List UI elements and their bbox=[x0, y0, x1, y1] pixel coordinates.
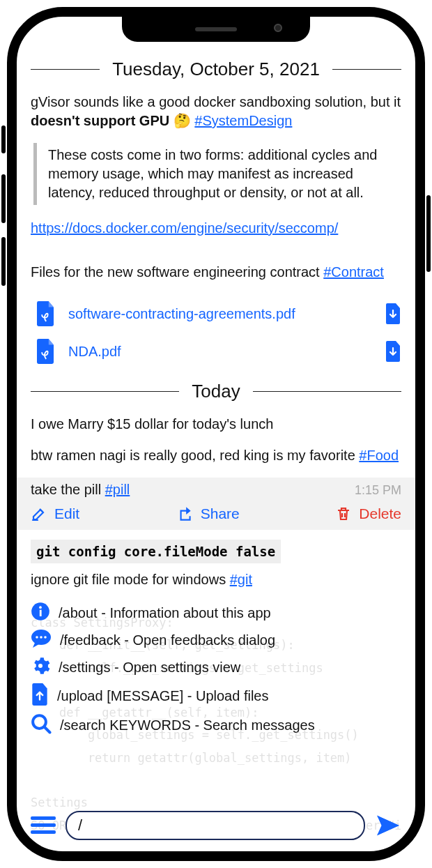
command-item[interactable]: /settings - Open settings view bbox=[31, 656, 401, 679]
svg-point-5 bbox=[40, 636, 43, 639]
delete-button[interactable]: Delete bbox=[335, 505, 401, 522]
message-text: ignore git file mode for windows bbox=[31, 572, 230, 587]
svg-rect-9 bbox=[31, 816, 56, 820]
share-icon bbox=[176, 505, 194, 523]
menu-button[interactable] bbox=[31, 815, 56, 836]
command-item[interactable]: /search KEYWORDS - Search messages bbox=[31, 713, 401, 738]
file-name: software-contracting-agreements.pdf bbox=[68, 306, 372, 322]
svg-rect-11 bbox=[31, 830, 56, 834]
svg-rect-1 bbox=[40, 610, 42, 616]
message-text: Files for the new software engineering c… bbox=[31, 264, 323, 280]
hashtag-pill[interactable]: #pill bbox=[105, 482, 130, 497]
send-button[interactable] bbox=[375, 812, 401, 839]
selected-message: take the pill #pill 1:15 PM Edit Share D… bbox=[17, 478, 415, 530]
svg-point-2 bbox=[39, 606, 42, 609]
file-pdf-icon bbox=[35, 339, 56, 364]
hashtag-food[interactable]: #Food bbox=[359, 448, 399, 463]
command-text: /feedback - Open feedbacks dialog bbox=[60, 632, 275, 648]
message-link[interactable]: https://docs.docker.com/engine/security/… bbox=[31, 219, 401, 238]
command-palette-area: class SettingsProxy: def __init__(self, … bbox=[17, 597, 415, 851]
code-block: git config core.fileMode false bbox=[31, 540, 281, 563]
download-icon[interactable] bbox=[385, 303, 401, 324]
date-divider-today: Today bbox=[31, 381, 401, 402]
delete-label: Delete bbox=[359, 505, 401, 522]
message-input[interactable]: / bbox=[65, 811, 365, 840]
file-attachment[interactable]: software-contracting-agreements.pdf bbox=[31, 301, 401, 326]
message-ramen[interactable]: btw ramen nagi is really good, red king … bbox=[31, 446, 401, 465]
blockquote: These costs come in two forms: additiona… bbox=[33, 143, 401, 205]
command-text: /settings - Open settings view bbox=[59, 660, 240, 676]
message-pill[interactable]: take the pill #pill bbox=[31, 482, 355, 498]
share-button[interactable]: Share bbox=[176, 505, 240, 523]
hashtag-contract[interactable]: #Contract bbox=[323, 264, 384, 280]
message-timestamp: 1:15 PM bbox=[355, 483, 401, 498]
message-bold: doesn't support GPU bbox=[31, 113, 169, 128]
share-label: Share bbox=[201, 505, 240, 522]
date-divider-previous: Tuesday, October 5, 2021 bbox=[31, 59, 401, 80]
svg-point-6 bbox=[44, 636, 47, 639]
chat-icon bbox=[31, 629, 52, 652]
message-gitnote[interactable]: ignore git file mode for windows #git bbox=[31, 570, 401, 589]
hashtag-systemdesign[interactable]: #SystemDesign bbox=[194, 113, 292, 128]
date-label: Tuesday, October 5, 2021 bbox=[112, 59, 320, 80]
edit-icon bbox=[31, 505, 47, 522]
edit-button[interactable]: Edit bbox=[31, 505, 79, 522]
edit-label: Edit bbox=[54, 505, 79, 522]
message-code[interactable]: git config core.fileMode false bbox=[31, 530, 401, 569]
command-item[interactable]: /upload [MESSAGE] - Upload files bbox=[31, 683, 401, 709]
message-text: take the pill bbox=[31, 482, 105, 497]
command-item[interactable]: /about - Information about this app bbox=[31, 602, 401, 625]
svg-point-7 bbox=[38, 664, 43, 668]
download-button[interactable] bbox=[385, 341, 401, 362]
hamburger-icon bbox=[31, 815, 56, 836]
app-screen: Tuesday, October 5, 2021 gVisor sounds l… bbox=[17, 17, 415, 851]
command-text: /upload [MESSAGE] - Upload files bbox=[57, 688, 268, 704]
input-bar: / bbox=[31, 811, 401, 840]
info-icon bbox=[31, 602, 50, 625]
input-value: / bbox=[78, 816, 82, 835]
link-docker-seccomp[interactable]: https://docs.docker.com/engine/security/… bbox=[31, 220, 338, 236]
command-text: /about - Information about this app bbox=[59, 605, 271, 621]
file-pdf-icon bbox=[35, 301, 56, 326]
hashtag-git[interactable]: #git bbox=[230, 572, 252, 587]
svg-rect-10 bbox=[31, 823, 56, 827]
message-text: btw ramen nagi is really good, red king … bbox=[31, 448, 359, 463]
file-name: NDA.pdf bbox=[68, 344, 372, 360]
thinking-emoji: 🤔 bbox=[173, 113, 191, 128]
send-icon bbox=[375, 812, 401, 839]
message-gvisor[interactable]: gVisor sounds like a good docker sandbox… bbox=[31, 93, 401, 130]
svg-point-4 bbox=[36, 636, 38, 639]
message-text: gVisor sounds like a good docker sandbox… bbox=[31, 94, 401, 109]
file-upload-icon bbox=[31, 683, 49, 709]
message-contract[interactable]: Files for the new software engineering c… bbox=[31, 263, 401, 282]
download-button[interactable] bbox=[385, 303, 401, 324]
message-text: I owe Marry $15 dollar for today's lunch bbox=[31, 416, 273, 432]
file-attachment[interactable]: NDA.pdf bbox=[31, 339, 401, 364]
message-owe[interactable]: I owe Marry $15 dollar for today's lunch bbox=[31, 415, 401, 434]
command-list: /about - Information about this app/feed… bbox=[31, 602, 401, 738]
blockquote-text: These costs come in two forms: additiona… bbox=[48, 147, 377, 200]
action-bar: Edit Share Delete bbox=[31, 505, 401, 523]
search-icon bbox=[31, 713, 52, 738]
trash-icon bbox=[335, 505, 352, 522]
gear-icon bbox=[31, 656, 50, 679]
download-icon[interactable] bbox=[385, 341, 401, 362]
command-item[interactable]: /feedback - Open feedbacks dialog bbox=[31, 629, 401, 652]
phone-frame: Tuesday, October 5, 2021 gVisor sounds l… bbox=[7, 7, 425, 861]
date-label: Today bbox=[192, 381, 240, 402]
command-text: /search KEYWORDS - Search messages bbox=[60, 717, 315, 733]
